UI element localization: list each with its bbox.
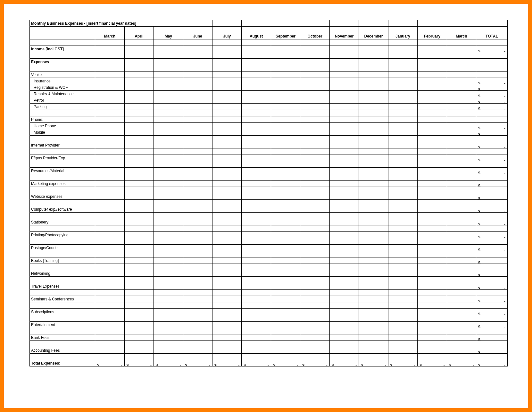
data-cell[interactable] [154, 168, 183, 174]
data-cell[interactable] [271, 193, 300, 200]
data-cell[interactable] [329, 155, 359, 161]
data-cell[interactable] [95, 123, 124, 129]
data-cell[interactable] [418, 78, 447, 84]
data-cell[interactable] [95, 232, 124, 238]
data-cell[interactable] [212, 59, 242, 65]
data-cell[interactable] [388, 322, 417, 328]
data-cell[interactable] [329, 168, 359, 174]
data-cell[interactable] [95, 193, 124, 200]
data-cell[interactable] [212, 334, 242, 341]
data-cell[interactable] [124, 219, 154, 225]
data-cell[interactable] [242, 334, 271, 341]
data-cell[interactable] [154, 296, 183, 302]
data-cell[interactable] [95, 270, 124, 277]
data-cell[interactable] [183, 142, 212, 148]
data-cell[interactable] [300, 257, 329, 264]
data-cell[interactable] [212, 123, 242, 129]
data-cell[interactable] [212, 309, 242, 315]
data-cell[interactable] [359, 309, 388, 315]
data-cell[interactable] [418, 322, 447, 328]
data-cell[interactable] [418, 296, 447, 302]
data-cell[interactable] [95, 46, 124, 52]
data-cell[interactable] [329, 181, 359, 187]
data-cell[interactable] [300, 322, 329, 328]
data-cell[interactable] [418, 334, 447, 341]
data-cell[interactable] [154, 206, 183, 213]
data-cell[interactable] [329, 104, 359, 110]
data-cell[interactable] [359, 219, 388, 225]
data-cell[interactable] [418, 168, 447, 174]
data-cell[interactable] [242, 206, 271, 213]
data-cell[interactable] [329, 142, 359, 148]
data-cell[interactable] [300, 97, 329, 104]
data-cell[interactable] [242, 257, 271, 264]
data-cell[interactable] [447, 257, 476, 264]
data-cell[interactable] [359, 59, 388, 65]
data-cell[interactable] [242, 104, 271, 110]
data-cell[interactable] [359, 84, 388, 91]
data-cell[interactable] [154, 309, 183, 315]
data-cell[interactable] [300, 232, 329, 238]
data-cell[interactable] [447, 206, 476, 213]
data-cell[interactable] [124, 206, 154, 213]
data-cell[interactable] [329, 78, 359, 84]
data-cell[interactable] [124, 84, 154, 91]
data-cell[interactable] [329, 116, 359, 123]
data-cell[interactable] [124, 71, 154, 78]
data-cell[interactable] [124, 116, 154, 123]
data-cell[interactable] [271, 46, 300, 52]
data-cell[interactable] [300, 71, 329, 78]
data-cell[interactable] [447, 46, 476, 52]
data-cell[interactable] [447, 296, 476, 302]
data-cell[interactable] [300, 84, 329, 91]
data-cell[interactable] [242, 296, 271, 302]
data-cell[interactable] [388, 84, 417, 91]
data-cell[interactable] [418, 206, 447, 213]
data-cell[interactable] [447, 97, 476, 104]
data-cell[interactable] [329, 257, 359, 264]
data-cell[interactable] [183, 116, 212, 123]
data-cell[interactable] [418, 257, 447, 264]
data-cell[interactable] [124, 181, 154, 187]
data-cell[interactable] [300, 347, 329, 354]
data-cell[interactable] [124, 322, 154, 328]
data-cell[interactable] [271, 71, 300, 78]
data-cell[interactable] [300, 168, 329, 174]
data-cell[interactable] [124, 59, 154, 65]
data-cell[interactable] [242, 46, 271, 52]
data-cell[interactable] [154, 97, 183, 104]
data-cell[interactable] [95, 245, 124, 251]
data-cell[interactable] [242, 129, 271, 136]
data-cell[interactable] [418, 59, 447, 65]
data-cell[interactable] [212, 193, 242, 200]
data-cell[interactable] [359, 334, 388, 341]
data-cell[interactable] [300, 123, 329, 129]
data-cell[interactable] [183, 334, 212, 341]
data-cell[interactable] [271, 232, 300, 238]
data-cell[interactable] [183, 104, 212, 110]
data-cell[interactable] [359, 181, 388, 187]
data-cell[interactable] [95, 257, 124, 264]
data-cell[interactable] [300, 155, 329, 161]
data-cell[interactable] [359, 123, 388, 129]
data-cell[interactable] [447, 84, 476, 91]
data-cell[interactable] [124, 309, 154, 315]
data-cell[interactable] [329, 309, 359, 315]
data-cell[interactable] [242, 84, 271, 91]
data-cell[interactable] [212, 322, 242, 328]
data-cell[interactable] [95, 168, 124, 174]
data-cell[interactable] [154, 84, 183, 91]
data-cell[interactable] [154, 104, 183, 110]
data-cell[interactable] [212, 71, 242, 78]
data-cell[interactable] [447, 347, 476, 354]
data-cell[interactable] [95, 116, 124, 123]
data-cell[interactable] [271, 84, 300, 91]
data-cell[interactable] [388, 232, 417, 238]
data-cell[interactable] [418, 104, 447, 110]
data-cell[interactable] [418, 283, 447, 290]
data-cell[interactable] [329, 334, 359, 341]
data-cell[interactable] [154, 193, 183, 200]
data-cell[interactable] [359, 193, 388, 200]
data-cell[interactable] [154, 71, 183, 78]
data-cell[interactable] [388, 116, 417, 123]
